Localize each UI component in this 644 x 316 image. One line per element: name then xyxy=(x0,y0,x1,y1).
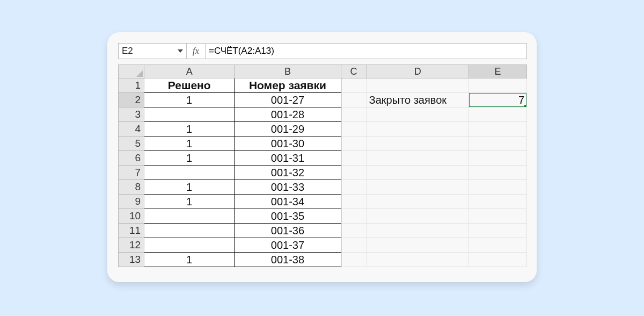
spreadsheet-grid[interactable]: A B C D E 1 Решено Номер заявки xyxy=(118,64,527,282)
fx-icon[interactable]: fx xyxy=(187,44,206,59)
row-header-6[interactable]: 6 xyxy=(119,151,144,166)
cell-A13[interactable]: 1 xyxy=(144,253,235,267)
cell-E8[interactable] xyxy=(469,180,526,195)
cell-C3[interactable] xyxy=(341,107,367,122)
formula-input[interactable] xyxy=(206,44,526,59)
cell-A2[interactable]: 1 xyxy=(144,93,235,107)
col-header-D[interactable]: D xyxy=(367,65,469,78)
select-all-corner[interactable] xyxy=(119,65,144,78)
col-header-C[interactable]: C xyxy=(341,65,367,78)
name-box[interactable]: E2 xyxy=(119,44,187,59)
cell-A3[interactable] xyxy=(144,107,235,122)
cell-D1[interactable] xyxy=(367,78,469,93)
cell-B7[interactable]: 001-32 xyxy=(235,166,341,180)
cell-E6[interactable] xyxy=(469,151,526,166)
cell-D11[interactable] xyxy=(367,224,469,238)
cell-A12[interactable] xyxy=(144,238,235,253)
cell-C6[interactable] xyxy=(341,151,367,166)
row-header-10[interactable]: 10 xyxy=(119,209,144,224)
cell-B3[interactable]: 001-28 xyxy=(235,107,341,122)
cell-A9[interactable]: 1 xyxy=(144,195,235,209)
formula-bar: E2 fx xyxy=(118,43,527,59)
cell-E12[interactable] xyxy=(469,238,526,253)
cell-E13[interactable] xyxy=(469,253,526,267)
cell-E4[interactable] xyxy=(469,122,526,137)
row-header-4[interactable]: 4 xyxy=(119,122,144,137)
name-box-value: E2 xyxy=(122,46,133,56)
cell-C4[interactable] xyxy=(341,122,367,137)
cell-C1[interactable] xyxy=(341,78,367,93)
cell-C5[interactable] xyxy=(341,137,367,151)
cell-D13[interactable] xyxy=(367,253,469,267)
cell-C11[interactable] xyxy=(341,224,367,238)
row-header-13[interactable]: 13 xyxy=(119,253,144,267)
cell-D3[interactable] xyxy=(367,107,469,122)
cell-C10[interactable] xyxy=(341,209,367,224)
row-header-3[interactable]: 3 xyxy=(119,107,144,122)
cell-B8[interactable]: 001-33 xyxy=(235,180,341,195)
cell-B11[interactable]: 001-36 xyxy=(235,224,341,238)
row-header-7[interactable]: 7 xyxy=(119,166,144,180)
cell-C12[interactable] xyxy=(341,238,367,253)
row-header-8[interactable]: 8 xyxy=(119,180,144,195)
row-header-9[interactable]: 9 xyxy=(119,195,144,209)
cell-C9[interactable] xyxy=(341,195,367,209)
cell-D4[interactable] xyxy=(367,122,469,137)
cell-E5[interactable] xyxy=(469,137,526,151)
cell-A10[interactable] xyxy=(144,209,235,224)
cell-A6[interactable]: 1 xyxy=(144,151,235,166)
cell-E11[interactable] xyxy=(469,224,526,238)
cell-B2[interactable]: 001-27 xyxy=(235,93,341,107)
cell-A1[interactable]: Решено xyxy=(144,78,235,93)
row-header-12[interactable]: 12 xyxy=(119,238,144,253)
row-header-1[interactable]: 1 xyxy=(119,78,144,93)
cell-E7[interactable] xyxy=(469,166,526,180)
cell-B13[interactable]: 001-38 xyxy=(235,253,341,267)
cell-D9[interactable] xyxy=(367,195,469,209)
cell-A8[interactable]: 1 xyxy=(144,180,235,195)
cell-B4[interactable]: 001-29 xyxy=(235,122,341,137)
cell-E2[interactable]: 7 xyxy=(469,93,526,107)
chevron-down-icon xyxy=(178,49,183,53)
row-header-11[interactable]: 11 xyxy=(119,224,144,238)
cell-A4[interactable]: 1 xyxy=(144,122,235,137)
cell-A5[interactable]: 1 xyxy=(144,137,235,151)
row-header-5[interactable]: 5 xyxy=(119,137,144,151)
cell-B10[interactable]: 001-35 xyxy=(235,209,341,224)
cell-E2-value: 7 xyxy=(518,94,524,106)
cell-A7[interactable] xyxy=(144,166,235,180)
row-header-2[interactable]: 2 xyxy=(119,93,144,107)
cell-E9[interactable] xyxy=(469,195,526,209)
cell-D5[interactable] xyxy=(367,137,469,151)
cell-C2[interactable] xyxy=(341,93,367,107)
cell-B9[interactable]: 001-34 xyxy=(235,195,341,209)
cell-E10[interactable] xyxy=(469,209,526,224)
cell-D2[interactable]: Закрыто заявок xyxy=(367,93,469,107)
cell-B12[interactable]: 001-37 xyxy=(235,238,341,253)
cell-B1[interactable]: Номер заявки xyxy=(235,78,341,93)
spreadsheet-panel: E2 fx A B C D E xyxy=(107,32,537,282)
cell-D7[interactable] xyxy=(367,166,469,180)
col-header-E[interactable]: E xyxy=(469,65,526,78)
cell-D10[interactable] xyxy=(367,209,469,224)
fill-handle[interactable] xyxy=(524,105,527,107)
cell-A11[interactable] xyxy=(144,224,235,238)
col-header-A[interactable]: A xyxy=(144,65,235,78)
cell-D6[interactable] xyxy=(367,151,469,166)
cell-D8[interactable] xyxy=(367,180,469,195)
cell-E3[interactable] xyxy=(469,107,526,122)
cell-B5[interactable]: 001-30 xyxy=(235,137,341,151)
cell-C13[interactable] xyxy=(341,253,367,267)
col-header-B[interactable]: B xyxy=(235,65,341,78)
cell-D12[interactable] xyxy=(367,238,469,253)
cell-C8[interactable] xyxy=(341,180,367,195)
cell-C7[interactable] xyxy=(341,166,367,180)
cell-B6[interactable]: 001-31 xyxy=(235,151,341,166)
cell-E1[interactable] xyxy=(469,78,526,93)
